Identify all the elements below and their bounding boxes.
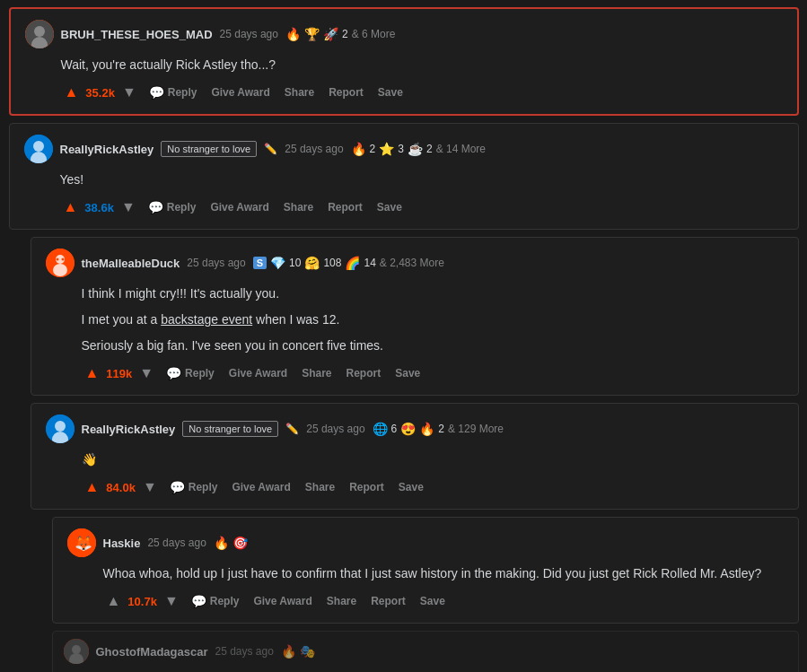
award-count-2b: 3	[398, 143, 404, 155]
award-count-3c: 14	[364, 257, 375, 269]
comment-5-timestamp: 25 days ago	[147, 537, 206, 549]
comment-1-awards: 🔥 🏆 🚀 2 & 6 More	[285, 27, 395, 41]
comment-1-give-award-btn[interactable]: Give Award	[206, 83, 275, 102]
comment-2-give-award-btn[interactable]: Give Award	[205, 197, 274, 217]
comment-5-reply-btn[interactable]: 💬 Reply	[186, 590, 245, 612]
comment-4-upvote[interactable]: ▲	[82, 477, 103, 497]
comment-3-username[interactable]: theMalleableDuck	[82, 257, 180, 270]
comment-2-body: Yes!	[24, 170, 784, 189]
comment-5-actions: ▲ 10.7k ▼ 💬 Reply Give Award Share Repor…	[67, 590, 784, 612]
comment-4-flair: No stranger to love	[182, 421, 278, 437]
comment-1-share-btn[interactable]: Share	[279, 83, 320, 102]
award-rainbow-3: 🌈	[345, 256, 360, 270]
comment-1-downvote[interactable]: ▼	[118, 83, 140, 102]
comment-5-share-btn[interactable]: Share	[321, 591, 362, 611]
comment-5-give-award-btn[interactable]: Give Award	[248, 591, 317, 611]
comment-4: ReallyRickAstley No stranger to love ✏️ …	[31, 403, 799, 510]
comment-2-awards: 🔥 2 ⭐ 3 ☕ 2 & 14 More	[351, 142, 486, 156]
comment-2-downvote[interactable]: ▼	[118, 197, 139, 217]
comment-3-header: theMalleableDuck 25 days ago S 💎 10 🤗 10…	[46, 249, 784, 277]
pencil-icon-4: ✏️	[285, 423, 299, 435]
award-count-4a: 6	[391, 423, 398, 435]
comment-1-report-btn[interactable]: Report	[323, 83, 369, 102]
comment-2-timestamp: 25 days ago	[285, 143, 343, 155]
comment-5-downvote[interactable]: ▼	[161, 591, 182, 611]
comment-2-share-btn[interactable]: Share	[278, 197, 319, 217]
comment-4-votes: ▲ 84.0k ▼	[82, 477, 161, 497]
comment-2-reply-btn[interactable]: 💬 Reply	[143, 196, 202, 218]
comment-1-timestamp: 25 days ago	[220, 28, 278, 40]
comment-5-body: Whoa whoa, hold up I just have to confir…	[67, 564, 784, 583]
comment-2-save-btn[interactable]: Save	[372, 197, 408, 217]
comment-4-username[interactable]: ReallyRickAstley	[82, 423, 176, 436]
award-hug-3: 🤗	[304, 256, 320, 270]
comment-6-timestamp: 25 days ago	[215, 645, 273, 658]
comment-4-save-btn[interactable]: Save	[393, 477, 429, 497]
more-awards-2: & 14 More	[436, 143, 486, 155]
award-star-2: ⭐	[379, 142, 394, 156]
comment-5-upvote[interactable]: ▲	[103, 591, 125, 611]
award-target-5: 🎯	[232, 536, 248, 550]
comment-1-save-btn[interactable]: Save	[373, 83, 408, 102]
comment-3-text-1: I think I might cry!!! It's actually you…	[82, 284, 784, 303]
comment-3-upvote[interactable]: ▲	[82, 363, 103, 383]
comment-2-report-btn[interactable]: Report	[322, 197, 368, 217]
svg-point-8	[53, 264, 67, 276]
comment-6: GhostofMadagascar 25 days ago 🔥 🎭	[52, 631, 799, 672]
reply-icon-2: 💬	[148, 200, 163, 214]
comment-1-reply-btn[interactable]: 💬 Reply	[144, 82, 203, 103]
comment-3-vote-count: 119k	[106, 367, 132, 380]
award-count-4c: 2	[438, 423, 444, 435]
comment-2-avatar	[24, 135, 53, 163]
comment-6-awards: 🔥 🎭	[281, 644, 315, 659]
comment-4-share-btn[interactable]: Share	[300, 477, 340, 497]
comment-2-username[interactable]: ReallyRickAstley	[60, 143, 154, 156]
comment-3-avatar	[46, 249, 75, 277]
comment-3-give-award-btn[interactable]: Give Award	[224, 363, 293, 383]
reply-icon-4: 💬	[170, 480, 185, 494]
comment-4-actions: ▲ 84.0k ▼ 💬 Reply Give Award Share Repor…	[46, 476, 784, 498]
comment-4-give-award-btn[interactable]: Give Award	[226, 477, 295, 497]
award-fire-6: 🔥	[281, 644, 296, 659]
comment-5-save-btn[interactable]: Save	[415, 591, 451, 611]
comment-6-username[interactable]: GhostofMadagascar	[96, 645, 208, 659]
comment-3-reply-btn[interactable]: 💬 Reply	[161, 362, 220, 384]
comment-5-text: Whoa whoa, hold up I just have to confir…	[103, 564, 784, 583]
comment-5-avatar: 🦊	[67, 528, 96, 557]
award-count-3a: 10	[289, 257, 301, 269]
comment-3-timestamp: 25 days ago	[187, 257, 245, 269]
award-diamond-3: 💎	[270, 256, 285, 270]
comment-3: theMalleableDuck 25 days ago S 💎 10 🤗 10…	[31, 237, 799, 396]
comment-3-body: I think I might cry!!! It's actually you…	[46, 284, 784, 355]
comment-1-upvote[interactable]: ▲	[61, 83, 83, 102]
comment-1-username[interactable]: BRUH_THESE_HOES_MAD	[61, 28, 213, 41]
comment-4-awards: 🌐 6 😍 🔥 2 & 129 More	[373, 422, 504, 436]
comment-4-report-btn[interactable]: Report	[344, 477, 390, 497]
svg-point-12	[55, 421, 66, 432]
comment-1-vote-count: 35.2k	[85, 86, 115, 100]
comment-3-report-btn[interactable]: Report	[341, 363, 387, 383]
comment-thread: BRUH_THESE_HOES_MAD 25 days ago 🔥 🏆 🚀 2 …	[9, 7, 799, 672]
comment-3-downvote[interactable]: ▼	[136, 363, 157, 383]
comment-2-upvote[interactable]: ▲	[60, 197, 82, 217]
comment-4-downvote[interactable]: ▼	[139, 477, 161, 497]
award-coffee-2: ☕	[408, 142, 423, 156]
comment-3-save-btn[interactable]: Save	[390, 363, 425, 383]
comment-2-text: Yes!	[60, 170, 784, 189]
comment-5-report-btn[interactable]: Report	[365, 591, 411, 611]
comment-4-header: ReallyRickAstley No stranger to love ✏️ …	[46, 415, 784, 443]
comment-3-text-2: I met you at a backstage event when I wa…	[82, 310, 784, 329]
comment-1-text: Wait, you're actually Rick Astley tho...…	[61, 56, 783, 74]
award-heart-4: 😍	[400, 422, 416, 436]
comment-3-share-btn[interactable]: Share	[296, 363, 337, 383]
award-misc-6: 🎭	[300, 644, 315, 659]
comment-5-header: 🦊 Haskie 25 days ago 🔥 🎯	[67, 528, 784, 557]
comment-4-reply-btn[interactable]: 💬 Reply	[164, 476, 224, 498]
comment-3-awards: S 💎 10 🤗 108 🌈 14 & 2,483 More	[253, 256, 444, 270]
comment-5-username[interactable]: Haskie	[103, 537, 141, 550]
award-count-1: 2	[342, 28, 348, 40]
backstage-link[interactable]: backstage event	[161, 312, 252, 327]
comment-5-votes: ▲ 10.7k ▼	[103, 591, 182, 611]
comment-4-text: 👋	[82, 450, 784, 469]
award-fire-5: 🔥	[214, 536, 229, 550]
